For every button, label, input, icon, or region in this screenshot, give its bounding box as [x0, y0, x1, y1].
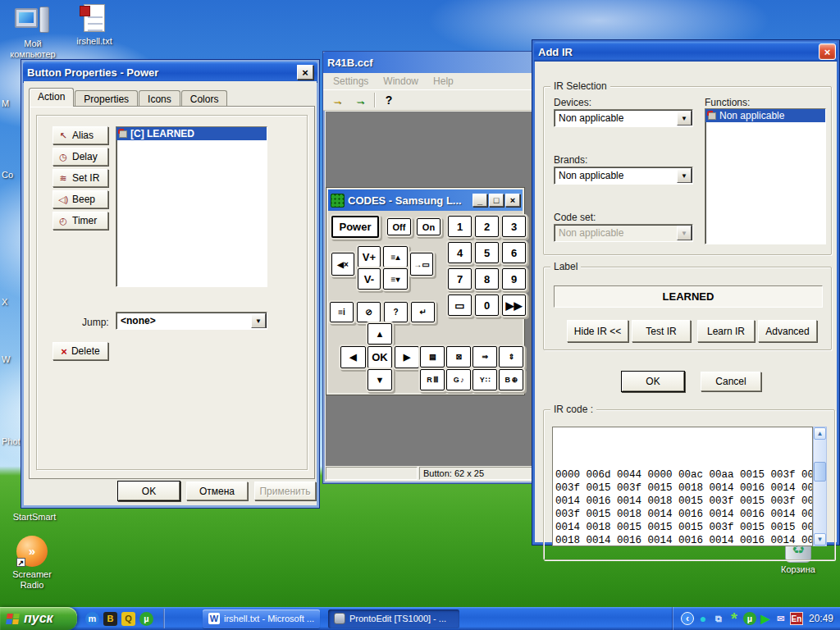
- menu-window[interactable]: Window: [383, 75, 418, 87]
- learn-ir-button[interactable]: Learn IR: [697, 320, 755, 342]
- desktop-icon-startsmart[interactable]: StartSmart: [2, 512, 67, 523]
- close-button[interactable]: ×: [505, 194, 520, 207]
- mail-icon[interactable]: ✉: [774, 612, 788, 625]
- tab-colors[interactable]: Colors: [181, 90, 228, 107]
- codes-titlebar[interactable]: CODES - Samsung L... _ □ ×: [328, 189, 523, 211]
- blank-button[interactable]: ▭: [448, 294, 472, 316]
- channel-list-up-button[interactable]: ≡▴: [383, 246, 408, 267]
- blue-button[interactable]: B ⊕: [499, 369, 523, 390]
- text-reveal-button[interactable]: ⇒: [472, 346, 497, 368]
- label-field[interactable]: LEARNED: [554, 285, 823, 308]
- timer-button[interactable]: ◴ Timer: [52, 212, 108, 230]
- tab-properties[interactable]: Properties: [75, 90, 138, 107]
- yellow-button[interactable]: Y ∷: [472, 369, 497, 390]
- nav-ok-button[interactable]: OK: [368, 346, 392, 368]
- selected-action-row[interactable]: [C] LEARNED: [116, 127, 267, 140]
- qip-icon[interactable]: Q: [121, 612, 135, 626]
- selected-function-row[interactable]: Non applicable: [705, 109, 825, 122]
- prontoedit-titlebar[interactable]: R41B.ccf: [323, 52, 536, 73]
- hide-tray-chevron-icon[interactable]: ‹: [681, 612, 694, 625]
- prech-button[interactable]: ▶▶: [502, 294, 526, 316]
- dialog-titlebar[interactable]: Add IR ×: [534, 42, 838, 62]
- mute-button[interactable]: ◀×: [331, 253, 354, 276]
- nav-down-button[interactable]: ▼: [368, 369, 392, 390]
- ok-button[interactable]: OK: [622, 372, 684, 391]
- delete-button[interactable]: × Delete: [52, 342, 108, 360]
- chevron-down-icon[interactable]: ▼: [251, 313, 266, 328]
- devices-combobox[interactable]: Non applicable ▼: [554, 109, 693, 127]
- subtitle-button[interactable]: ⊠: [446, 346, 471, 368]
- advanced-button[interactable]: Advanced: [758, 320, 817, 342]
- functions-list[interactable]: Non applicable: [705, 108, 826, 244]
- scrollbar[interactable]: ▲ ▼: [813, 427, 827, 546]
- icq-flower-icon[interactable]: *: [728, 612, 741, 625]
- menu-help[interactable]: Help: [433, 75, 454, 87]
- teletext-button[interactable]: ▤: [420, 346, 445, 368]
- info-button[interactable]: ≡i: [330, 302, 354, 322]
- close-button[interactable]: ×: [297, 65, 313, 80]
- desktop-icon-screamer-radio[interactable]: »↗ ScreamerRadio: [0, 536, 64, 591]
- dialog-titlebar[interactable]: Button Properties - Power ×: [23, 62, 317, 83]
- digit-5-button[interactable]: 5: [475, 242, 499, 263]
- digit-6-button[interactable]: 6: [502, 242, 526, 263]
- alias-button[interactable]: ↖ Alias: [52, 126, 108, 144]
- digit-8-button[interactable]: 8: [475, 268, 499, 290]
- nav-up-button[interactable]: ▲: [368, 323, 392, 345]
- digit-2-button[interactable]: 2: [475, 216, 499, 237]
- digit-4-button[interactable]: 4: [448, 242, 472, 263]
- delay-button[interactable]: ◷ Delay: [52, 148, 108, 166]
- hide-ir-button[interactable]: Hide IR <<: [567, 320, 628, 342]
- text-size-button[interactable]: ⇕: [499, 346, 523, 368]
- beep-button[interactable]: ◁) Beep: [52, 190, 108, 208]
- chevron-down-icon[interactable]: ▼: [677, 111, 692, 126]
- help-button[interactable]: ?: [384, 302, 408, 322]
- digit-0-button[interactable]: 0: [475, 294, 499, 316]
- digit-9-button[interactable]: 9: [502, 268, 526, 290]
- desktop-icon-irshell[interactable]: irshell.txt: [67, 4, 121, 47]
- digit-1-button[interactable]: 1: [448, 216, 472, 237]
- action-list[interactable]: [C] LEARNED: [116, 126, 267, 287]
- cancel-button[interactable]: Отмена: [186, 482, 248, 500]
- jump-combobox[interactable]: <none> ▼: [116, 312, 267, 330]
- digit-3-button[interactable]: 3: [502, 216, 526, 237]
- ir-code-textarea[interactable]: 0000 006d 0044 0000 00ac 00aa 0015 003f …: [552, 427, 813, 546]
- player-play-icon[interactable]: ▶: [759, 612, 772, 625]
- language-indicator[interactable]: En: [790, 612, 803, 625]
- thebat-icon[interactable]: B: [103, 612, 117, 626]
- task-button-prontoedit[interactable]: ProntoEdit [TS1000] - ...: [328, 609, 459, 628]
- nav-left-button[interactable]: ◀: [340, 346, 366, 368]
- channel-list-down-button[interactable]: ≡▾: [383, 268, 408, 290]
- maximize-button[interactable]: □: [489, 194, 504, 207]
- input-select-button[interactable]: →▭: [410, 253, 433, 276]
- help-icon[interactable]: ?: [380, 92, 398, 108]
- network-icon[interactable]: ⧉: [712, 612, 725, 625]
- tab-action[interactable]: Action: [29, 88, 74, 107]
- scroll-down-icon[interactable]: ▼: [814, 533, 826, 546]
- clock-button[interactable]: ⊘: [357, 302, 381, 322]
- on-button[interactable]: On: [417, 218, 441, 235]
- status-ball-icon[interactable]: ●: [696, 612, 710, 625]
- return-button[interactable]: ↵: [411, 302, 435, 322]
- scroll-thumb[interactable]: [814, 462, 826, 482]
- download-to-pronto-icon[interactable]: →: [328, 92, 346, 108]
- utorrent-icon[interactable]: µ: [139, 612, 153, 626]
- brands-combobox[interactable]: Non applicable ▼: [554, 167, 693, 185]
- close-button[interactable]: ×: [819, 43, 836, 60]
- nav-right-button[interactable]: ▶: [395, 346, 419, 368]
- utorrent-tray-icon[interactable]: µ: [743, 612, 756, 625]
- set-ir-button[interactable]: ≋ Set IR: [52, 169, 108, 187]
- start-button[interactable]: пуск: [0, 607, 77, 630]
- chevron-down-icon[interactable]: ▼: [677, 168, 692, 183]
- task-button-irshell[interactable]: W irshell.txt - Microsoft ...: [203, 609, 320, 628]
- emulator-icon[interactable]: →: [351, 92, 369, 108]
- test-ir-button[interactable]: Test IR: [632, 320, 691, 342]
- menu-settings[interactable]: Settings: [333, 75, 368, 87]
- power-button[interactable]: Power: [331, 216, 379, 238]
- scroll-up-icon[interactable]: ▲: [814, 427, 826, 440]
- red-button[interactable]: R Ⅲ: [420, 369, 445, 390]
- ok-button[interactable]: OK: [118, 482, 180, 500]
- desktop-icon-my-computer[interactable]: Мой компьютер: [4, 7, 62, 60]
- minimize-button[interactable]: _: [472, 194, 487, 207]
- tab-icons[interactable]: Icons: [139, 90, 180, 107]
- volume-up-button[interactable]: V+: [358, 246, 381, 267]
